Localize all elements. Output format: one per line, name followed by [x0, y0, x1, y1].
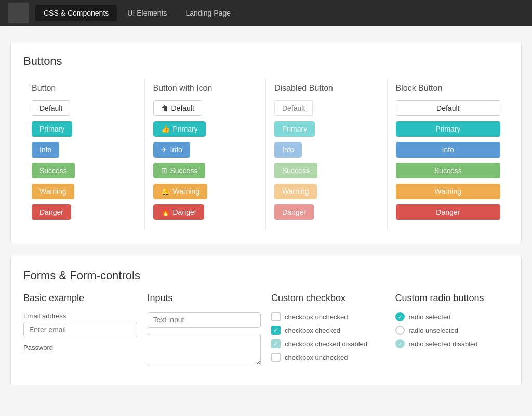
btn-info-plain[interactable]: Info: [32, 142, 59, 158]
checkbox-label-3: checkbox checked disabled: [285, 340, 367, 348]
btn-row: Default: [32, 100, 136, 116]
nav-item-ui-elements[interactable]: UI Elements: [119, 5, 175, 21]
navbar-brand: [8, 3, 29, 23]
btn-row: Info: [274, 142, 379, 158]
button-col-disabled-title: Disabled Button: [274, 84, 379, 93]
basic-example-title: Basic example: [23, 293, 137, 304]
btn-success-plain[interactable]: Success: [32, 163, 75, 178]
btn-info-icon[interactable]: ✈ Info: [153, 142, 190, 158]
button-col-disabled: Disabled Button Default Primary Info Suc…: [266, 79, 388, 230]
radio-unselected[interactable]: radio unselected: [395, 326, 509, 335]
btn-default-disabled: Default: [274, 100, 313, 116]
btn-info-disabled: Info: [274, 142, 302, 158]
btn-success-block[interactable]: Success: [396, 163, 501, 178]
custom-checkbox-title: Custom checkbox: [271, 293, 385, 304]
btn-danger-disabled: Danger: [274, 204, 314, 220]
checkbox-checked[interactable]: ✓ checkbox checked: [271, 326, 385, 335]
btn-warning-disabled: Warning: [274, 184, 317, 199]
btn-row: Success: [32, 163, 136, 178]
btn-danger-plain[interactable]: Danger: [32, 204, 71, 220]
password-label: Password: [23, 344, 137, 352]
btn-row: Danger: [396, 204, 501, 220]
thumbsup-icon: 👍: [161, 125, 170, 133]
button-col-icon-title: Button with Icon: [153, 84, 258, 93]
checkbox-label-2: checkbox checked: [285, 327, 340, 334]
main-content: Buttons Button Default Primary Info Succ…: [0, 26, 532, 413]
btn-row: Info: [32, 142, 136, 158]
radio-selected-disabled: ✓ radio selected disabled: [395, 339, 509, 348]
radio-selected[interactable]: ✓ radio selected: [395, 312, 509, 321]
btn-row: Default: [396, 100, 501, 116]
btn-danger-block[interactable]: Danger: [396, 204, 501, 220]
checkbox-icon-checked: ✓: [271, 326, 281, 335]
forms-grid: Basic example Email address Password Inp…: [23, 293, 509, 372]
custom-checkbox-col: Custom checkbox checkbox unchecked ✓ che…: [271, 293, 385, 372]
btn-row: Danger: [32, 204, 136, 220]
btn-danger-icon[interactable]: 🔥 Danger: [153, 204, 205, 220]
btn-warning-plain[interactable]: Warning: [32, 184, 74, 199]
btn-primary-block[interactable]: Primary: [396, 121, 501, 137]
text-input[interactable]: [148, 312, 261, 328]
btn-row: Primary: [274, 121, 379, 137]
btn-row: Success: [396, 163, 501, 178]
buttons-section: Buttons Button Default Primary Info Succ…: [10, 42, 522, 243]
btn-row: Warning: [32, 184, 136, 199]
btn-warning-block[interactable]: Warning: [396, 184, 501, 199]
checkbox-unchecked-2[interactable]: checkbox unchecked: [271, 353, 385, 362]
btn-default-block[interactable]: Default: [396, 100, 501, 116]
btn-row: Default: [274, 100, 379, 116]
checkbox-icon-unchecked: [271, 312, 281, 321]
checkbox-checked-disabled: ✓ checkbox checked disabled: [271, 339, 385, 348]
btn-row: Warning: [274, 184, 379, 199]
radio-icon-selected-disabled: ✓: [395, 339, 405, 348]
btn-primary-disabled: Primary: [274, 121, 315, 137]
email-label: Email address: [23, 312, 137, 320]
btn-row: 👍 Primary: [153, 121, 258, 137]
checkbox-label-4: checkbox unchecked: [285, 354, 348, 361]
btn-row: Danger: [274, 204, 379, 220]
buttons-grid: Button Default Primary Info Success Warn…: [23, 79, 509, 230]
btn-row: Warning: [396, 184, 501, 199]
textarea-input[interactable]: [148, 334, 261, 366]
btn-default-plain[interactable]: Default: [32, 100, 70, 116]
btn-row: Primary: [32, 121, 136, 137]
btn-warning-icon[interactable]: 🔔 Warning: [153, 184, 208, 199]
radio-icon-selected: ✓: [395, 312, 405, 321]
checkbox-icon-checked-disabled: ✓: [271, 339, 281, 348]
basic-example-col: Basic example Email address Password: [23, 293, 137, 372]
btn-row: 🗑 Default: [153, 100, 258, 116]
checkbox-label-1: checkbox unchecked: [285, 313, 348, 321]
radio-label-2: radio unselected: [409, 327, 458, 334]
radio-label-3: radio selected disabled: [409, 340, 478, 348]
btn-info-block[interactable]: Info: [396, 142, 501, 158]
btn-row: 🔥 Danger: [153, 204, 258, 220]
btn-success-disabled: Success: [274, 163, 317, 178]
inputs-col: Inputs: [148, 293, 261, 372]
navbar: CSS & Components UI Elements Landing Pag…: [0, 0, 532, 26]
button-col-block-title: Block Button: [396, 84, 501, 93]
btn-row: Info: [396, 142, 501, 158]
radio-icon-unselected: [395, 326, 405, 335]
inputs-title: Inputs: [148, 293, 261, 304]
custom-radio-col: Custom radio buttons ✓ radio selected ra…: [395, 293, 509, 372]
buttons-title: Buttons: [23, 55, 509, 68]
email-input[interactable]: [23, 322, 137, 337]
plane-icon: ✈: [161, 146, 167, 154]
btn-row: Primary: [396, 121, 501, 137]
checkbox-unchecked-1[interactable]: checkbox unchecked: [271, 312, 385, 321]
btn-row: 🔔 Warning: [153, 184, 258, 199]
btn-success-icon[interactable]: ⊞ Success: [153, 163, 206, 178]
bell-icon: 🔔: [161, 187, 170, 196]
btn-default-icon[interactable]: 🗑 Default: [153, 100, 202, 116]
btn-row: ✈ Info: [153, 142, 258, 158]
grid-icon: ⊞: [161, 166, 167, 175]
button-col-block: Block Button Default Primary Info Succes…: [388, 79, 509, 230]
btn-primary-plain[interactable]: Primary: [32, 121, 72, 137]
btn-primary-icon[interactable]: 👍 Primary: [153, 121, 206, 137]
custom-radio-title: Custom radio buttons: [395, 293, 509, 304]
nav-item-css-components[interactable]: CSS & Components: [35, 5, 117, 21]
nav-item-landing-page[interactable]: Landing Page: [178, 5, 239, 21]
forms-section: Forms & Form-controls Basic example Emai…: [10, 256, 522, 385]
btn-row: ⊞ Success: [153, 163, 258, 178]
radio-label-1: radio selected: [409, 313, 451, 321]
